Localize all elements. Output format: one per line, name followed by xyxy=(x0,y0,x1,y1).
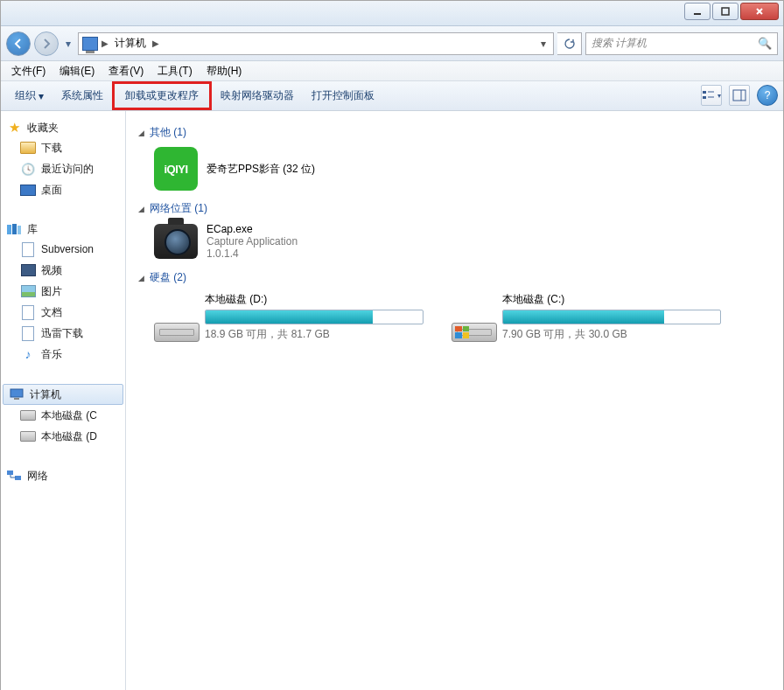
menu-help[interactable]: 帮助(H) xyxy=(200,61,249,81)
computer-icon xyxy=(82,37,98,51)
menu-edit[interactable]: 编辑(E) xyxy=(52,61,102,81)
address-dropdown-icon[interactable]: ▾ xyxy=(537,38,550,50)
svg-rect-13 xyxy=(7,470,13,475)
menu-view[interactable]: 查看(V) xyxy=(102,61,150,81)
svg-rect-8 xyxy=(7,225,11,234)
sidebar-item-subversion[interactable]: Subversion xyxy=(1,239,125,260)
item-description: Capture Application xyxy=(206,235,298,247)
document-icon xyxy=(20,325,36,341)
star-icon: ★ xyxy=(6,120,22,136)
item-ecap[interactable]: ECap.exe Capture Application 1.0.1.4 xyxy=(154,223,434,260)
video-icon xyxy=(20,262,36,278)
search-placeholder: 搜索 计算机 xyxy=(592,36,758,51)
group-header-other[interactable]: ◢ 其他 (1) xyxy=(138,125,771,140)
sidebar-label: 库 xyxy=(27,222,38,237)
svg-rect-6 xyxy=(733,90,746,101)
nav-history-dropdown[interactable]: ▾ xyxy=(62,31,74,56)
sidebar-item-desktop[interactable]: 桌面 xyxy=(1,179,125,200)
map-network-drive-button[interactable]: 映射网络驱动器 xyxy=(212,85,303,107)
svg-rect-11 xyxy=(10,389,23,397)
usage-bar xyxy=(502,310,721,324)
content-area: ◢ 其他 (1) iQIYI 爱奇艺PPS影音 (32 位) ◢ 网络位置 (1… xyxy=(126,111,783,690)
sidebar-network[interactable]: 网络 xyxy=(1,466,125,485)
drive-free-text: 7.90 GB 可用，共 30.0 GB xyxy=(502,327,732,342)
system-properties-button[interactable]: 系统属性 xyxy=(52,85,112,107)
sidebar-label: 计算机 xyxy=(30,387,61,402)
sidebar-libraries[interactable]: 库 xyxy=(1,220,125,239)
search-input[interactable]: 搜索 计算机 🔍 xyxy=(585,32,778,55)
drive-d[interactable]: 本地磁盘 (D:) 18.9 GB 可用，共 81.7 GB xyxy=(154,292,434,342)
search-icon: 🔍 xyxy=(758,37,772,50)
menubar: 文件(F) 编辑(E) 查看(V) 工具(T) 帮助(H) xyxy=(1,61,783,81)
svg-rect-9 xyxy=(12,224,17,234)
sidebar-item-pictures[interactable]: 图片 xyxy=(1,281,125,302)
menu-tools[interactable]: 工具(T) xyxy=(150,61,199,81)
uninstall-change-program-button[interactable]: 卸载或更改程序 xyxy=(112,81,212,110)
collapse-icon: ◢ xyxy=(138,129,144,137)
drive-free-text: 18.9 GB 可用，共 81.7 GB xyxy=(205,327,434,342)
minimize-button[interactable] xyxy=(684,3,710,20)
back-button[interactable] xyxy=(6,31,31,56)
organize-button[interactable]: 组织▾ xyxy=(6,85,52,107)
body-area: ★ 收藏夹 下载 🕓最近访问的 桌面 库 Subversion 视频 图片 文档 xyxy=(1,111,783,690)
folder-icon xyxy=(20,140,36,156)
library-icon xyxy=(6,221,22,237)
svg-rect-1 xyxy=(722,8,729,15)
music-icon: ♪ xyxy=(20,346,36,362)
breadcrumb-computer[interactable]: 计算机 xyxy=(112,34,149,52)
sidebar-item-local-d[interactable]: 本地磁盘 (D xyxy=(1,426,125,447)
sidebar-item-music[interactable]: ♪音乐 xyxy=(1,344,125,365)
svg-rect-3 xyxy=(703,96,706,99)
item-name: 爱奇艺PPS影音 (32 位) xyxy=(206,162,315,177)
collapse-icon: ◢ xyxy=(138,205,144,213)
iqiyi-icon: iQIYI xyxy=(154,147,198,191)
usage-bar xyxy=(205,310,424,324)
sidebar-label: 收藏夹 xyxy=(27,121,59,136)
usage-fill xyxy=(206,310,373,324)
sidebar-favorites[interactable]: ★ 收藏夹 xyxy=(1,118,125,137)
svg-rect-12 xyxy=(14,398,19,400)
windows-flag-icon xyxy=(455,326,469,338)
sidebar-item-recent[interactable]: 🕓最近访问的 xyxy=(1,158,125,179)
camera-icon xyxy=(154,224,198,259)
maximize-button[interactable] xyxy=(712,3,738,20)
group-header-netloc[interactable]: ◢ 网络位置 (1) xyxy=(138,201,771,216)
sidebar-item-downloads[interactable]: 下载 xyxy=(1,137,125,158)
sidebar-item-documents[interactable]: 文档 xyxy=(1,302,125,323)
usage-fill xyxy=(503,310,664,324)
view-options-button[interactable]: ▾ xyxy=(701,85,722,106)
breadcrumb-separator-icon: ▶ xyxy=(102,38,108,48)
drive-icon xyxy=(154,310,198,342)
sidebar-item-videos[interactable]: 视频 xyxy=(1,260,125,281)
address-bar[interactable]: ▶ 计算机 ▶ ▾ xyxy=(78,32,554,55)
svg-rect-10 xyxy=(18,226,21,234)
forward-button[interactable] xyxy=(34,31,59,56)
navigation-pane: ★ 收藏夹 下载 🕓最近访问的 桌面 库 Subversion 视频 图片 文档 xyxy=(1,111,126,690)
network-icon xyxy=(6,468,22,484)
menu-file[interactable]: 文件(F) xyxy=(4,61,52,81)
item-iqiyi[interactable]: iQIYI 爱奇艺PPS影音 (32 位) xyxy=(154,147,434,191)
sidebar-item-xunlei[interactable]: 迅雷下载 xyxy=(1,323,125,344)
preview-pane-button[interactable] xyxy=(729,85,750,106)
open-control-panel-button[interactable]: 打开控制面板 xyxy=(303,85,383,107)
help-button[interactable]: ? xyxy=(757,85,778,106)
item-version: 1.0.1.4 xyxy=(206,247,298,260)
drive-title: 本地磁盘 (C:) xyxy=(502,292,732,307)
sidebar-item-local-c[interactable]: 本地磁盘 (C xyxy=(1,405,125,426)
picture-icon xyxy=(20,283,36,299)
drive-icon xyxy=(20,429,36,444)
recent-icon: 🕓 xyxy=(20,161,36,177)
close-button[interactable] xyxy=(740,3,779,20)
navigation-bar: ▾ ▶ 计算机 ▶ ▾ 搜索 计算机 🔍 xyxy=(1,26,783,61)
toolbar: 组织▾ 系统属性 卸载或更改程序 映射网络驱动器 打开控制面板 ▾ ? xyxy=(1,81,783,111)
refresh-button[interactable] xyxy=(557,32,582,55)
titlebar xyxy=(1,1,783,26)
sidebar-computer[interactable]: 计算机 xyxy=(3,384,123,405)
drive-c[interactable]: 本地磁盘 (C:) 7.90 GB 可用，共 30.0 GB xyxy=(452,292,732,342)
sidebar-label: 网络 xyxy=(27,469,48,484)
svg-rect-14 xyxy=(15,476,21,480)
drive-icon xyxy=(452,310,495,342)
group-header-drives[interactable]: ◢ 硬盘 (2) xyxy=(138,270,771,285)
document-icon xyxy=(20,241,36,257)
collapse-icon: ◢ xyxy=(138,274,144,282)
